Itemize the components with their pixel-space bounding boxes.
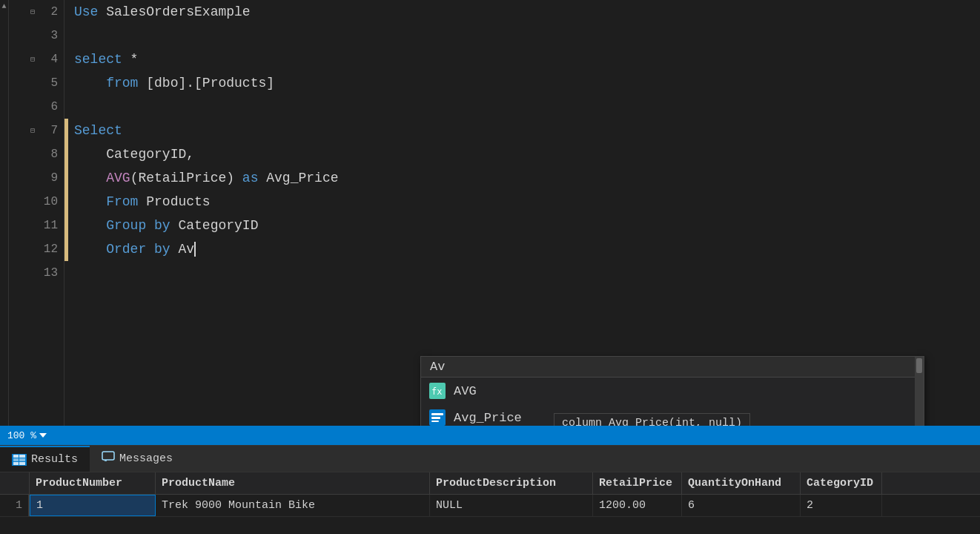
fold-indicator[interactable]: ⊟ <box>28 7 37 16</box>
code-token: * <box>122 52 139 67</box>
autocomplete-item-label: AVG <box>454 384 477 398</box>
code-token: Group <box>106 218 146 233</box>
fold-indicator[interactable] <box>28 268 37 277</box>
scrollbar-thumb <box>916 358 922 373</box>
fold-indicator[interactable] <box>28 174 37 182</box>
table-data-cell[interactable]: NULL <box>430 495 593 516</box>
svg-rect-3 <box>431 413 443 415</box>
line-number-row: 10 <box>28 190 58 214</box>
line-number: 8 <box>40 148 58 161</box>
svg-rect-8 <box>19 455 25 458</box>
code-line: CategoryID, <box>74 142 980 166</box>
fold-indicator[interactable] <box>28 221 37 230</box>
line-number: 2 <box>40 5 58 19</box>
scroll-up-arrow[interactable]: ▲ <box>1 0 6 12</box>
tab-label: Results <box>31 453 78 466</box>
line-gutter: ⊟23⊟456⊟78910111213 <box>9 0 64 426</box>
table-data-cell[interactable]: 2 <box>801 495 882 516</box>
line-number-row: 12 <box>28 237 58 261</box>
table-header-cell: QuantityOnHand <box>682 472 801 494</box>
line-number-row: 6 <box>28 95 58 119</box>
line-number-row: 3 <box>28 24 58 47</box>
results-grid-icon <box>12 454 27 466</box>
code-token: CategoryID, <box>106 147 194 162</box>
line-number-row: 9 <box>28 166 58 190</box>
result-tab-messages[interactable]: Messages <box>90 446 185 472</box>
line-number-row: ⊟2 <box>28 0 58 24</box>
line-number: 13 <box>40 266 58 280</box>
line-number: 5 <box>40 76 58 90</box>
fold-indicator[interactable] <box>28 102 37 111</box>
table-data-cell[interactable]: Trek 9000 Mountain Bike <box>156 495 430 516</box>
zoom-control[interactable]: 100 % <box>7 430 47 441</box>
status-bar: 100 % <box>0 426 980 445</box>
table-header-row: ProductNumberProductNameProductDescripti… <box>0 472 980 495</box>
fold-indicator[interactable]: ⊟ <box>28 55 37 64</box>
code-token: select <box>74 52 122 67</box>
code-token: as <box>234 171 258 185</box>
table-data-cell[interactable]: 1200.00 <box>593 495 682 516</box>
svg-text:fx: fx <box>431 386 442 397</box>
tab-label: Messages <box>119 452 173 465</box>
code-token: CategoryID <box>170 218 259 233</box>
code-token: Av <box>170 242 194 257</box>
svg-rect-13 <box>102 452 114 460</box>
fold-indicator[interactable] <box>28 79 37 88</box>
line-number-row: 13 <box>28 261 58 285</box>
table-header-cell: ProductNumber <box>30 472 156 494</box>
line-number: 12 <box>40 243 58 256</box>
line-number-row: ⊟7 <box>28 119 58 142</box>
fold-indicator[interactable] <box>28 31 37 40</box>
code-editor[interactable]: Use SalesOrdersExampleselect * from [dbo… <box>68 0 980 426</box>
fold-indicator[interactable] <box>28 245 37 254</box>
text-cursor <box>194 242 196 257</box>
table-header-cell: ProductDescription <box>430 472 593 494</box>
table-header-cell: CategoryID <box>801 472 882 494</box>
code-token: SalesOrdersExample <box>98 4 250 19</box>
line-number: 6 <box>40 100 58 113</box>
code-line: From Products <box>74 190 980 214</box>
line-number: 3 <box>40 29 58 42</box>
line-number: 11 <box>40 219 58 232</box>
code-line: Order by Av <box>74 237 980 261</box>
line-number: 7 <box>40 124 58 137</box>
table-row[interactable]: 11Trek 9000 Mountain BikeNULL1200.0062 <box>0 495 980 517</box>
autocomplete-item[interactable]: fx AVG <box>421 378 924 404</box>
svg-rect-7 <box>13 455 19 458</box>
code-line <box>74 95 980 119</box>
code-token: by <box>146 218 170 233</box>
table-data-cell[interactable]: 6 <box>682 495 801 516</box>
fold-indicator[interactable]: ⊟ <box>28 126 37 135</box>
column-icon <box>427 407 448 426</box>
code-token: Select <box>74 123 122 138</box>
svg-rect-5 <box>431 421 439 422</box>
code-token: from <box>106 76 138 90</box>
result-tab-results[interactable]: Results <box>0 446 90 472</box>
svg-rect-12 <box>19 462 25 465</box>
code-line <box>74 24 980 47</box>
table-data-cell[interactable]: 1 <box>30 495 156 516</box>
code-token: Order <box>106 242 146 257</box>
zoom-value: 100 % <box>7 430 36 441</box>
line-number-row: ⊟4 <box>28 47 58 71</box>
zoom-dropdown-arrow[interactable] <box>39 433 47 438</box>
fold-indicator[interactable] <box>28 197 37 206</box>
svg-rect-11 <box>13 462 19 465</box>
left-scrollbar[interactable]: ▲ <box>0 0 9 426</box>
code-line: select * <box>74 47 980 71</box>
table-header-cell: ProductName <box>156 472 430 494</box>
autocomplete-item-label: Avg_Price <box>454 411 522 425</box>
code-token: (RetailPrice) <box>130 171 234 185</box>
code-token: by <box>146 242 170 257</box>
svg-rect-4 <box>431 417 440 419</box>
autocomplete-scrollbar[interactable] <box>915 357 924 426</box>
code-line: from [dbo].[Products] <box>74 71 980 95</box>
fold-indicator[interactable] <box>28 150 37 159</box>
editor-area: ▲ ⊟23⊟456⊟78910111213 Use SalesOrdersExa… <box>0 0 980 426</box>
svg-rect-9 <box>13 458 19 461</box>
line-number: 9 <box>40 171 58 185</box>
row-number-cell: 1 <box>0 495 30 516</box>
svg-rect-10 <box>19 458 25 461</box>
line-number-row: 5 <box>28 71 58 95</box>
code-token: [dbo].[Products] <box>138 76 274 90</box>
